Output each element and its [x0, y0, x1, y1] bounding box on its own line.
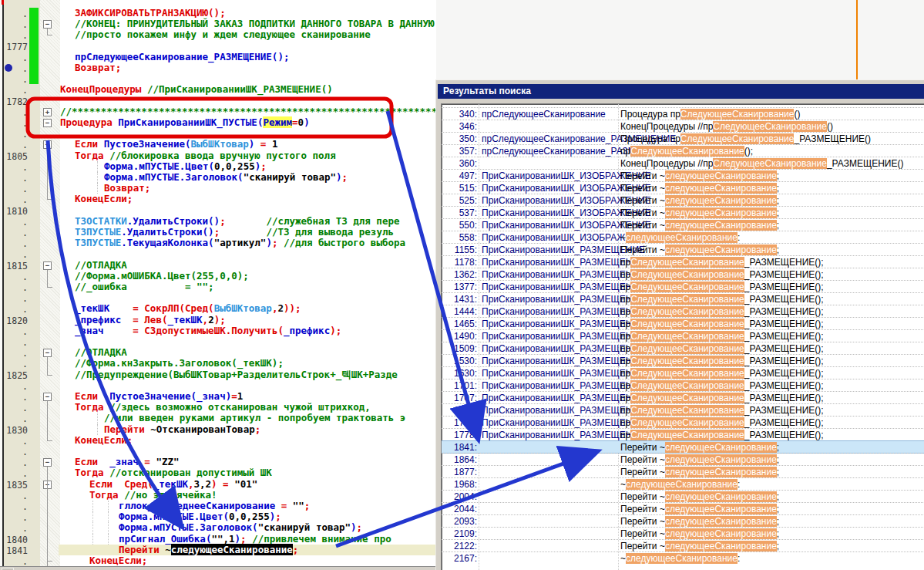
code-line[interactable]: .Возврат;	[0, 62, 436, 73]
line-number[interactable]: 1825	[0, 370, 28, 381]
line-number[interactable]: 1782	[0, 96, 28, 107]
search-result-row[interactable]: 1530:ПриСканированииШК_РАЗМЕЩЕНИЕпрСледу…	[442, 354, 924, 366]
code-line[interactable]: 1777	[0, 41, 436, 52]
line-marker-dot[interactable]: .	[0, 173, 28, 184]
search-result-row[interactable]: 2109:Перейти ~следующееСканирование;	[442, 527, 924, 539]
line-marker-dot[interactable]: .	[0, 19, 28, 30]
line-marker-dot[interactable]: .	[0, 249, 28, 260]
code-line[interactable]: .Форма.мПУСТЫЕ.Заголовок("сканируй товар…	[0, 522, 436, 533]
code-line[interactable]: ._знач = СЗдопустимыеШК.Получить(_префик…	[0, 325, 436, 336]
search-result-row[interactable]: 1778:ПриСканированииШК_РАЗМЕЩЕНИЕпрСледу…	[442, 428, 924, 440]
line-marker-dot[interactable]: .	[0, 8, 28, 19]
line-marker-dot[interactable]: .	[0, 556, 28, 567]
code-line[interactable]: .//Форма.кнЗакрыть.Заголовок(_текШК);	[0, 358, 436, 369]
line-marker-dot[interactable]: .	[0, 512, 28, 523]
search-result-row[interactable]: 550:ПриСканированииШК_ИЗОБРАЖЕНИЕПерейти…	[442, 218, 924, 231]
line-number[interactable]: 1777	[0, 42, 28, 52]
line-marker-dot[interactable]: .	[0, 413, 28, 424]
line-number[interactable]: 1805	[0, 151, 28, 162]
line-marker-dot[interactable]: .	[0, 272, 28, 282]
line-marker-dot[interactable]: .	[0, 447, 28, 457]
code-line[interactable]: .прСледующееСканирование_РАЗМЕЩЕНИЕ();	[0, 52, 436, 62]
code-line[interactable]: .	[0, 128, 436, 139]
code-line[interactable]: .Тогда //отсканирован допустимый ШК	[0, 467, 436, 478]
code-line[interactable]: .−//ОТЛАДКА	[0, 347, 436, 358]
line-number[interactable]: 1835	[0, 480, 28, 491]
code-line[interactable]: .КонецПроцедуры //ПриСканированииШК_РАЗМ…	[0, 84, 436, 95]
code-line[interactable]: 1782	[0, 96, 436, 106]
search-result-row[interactable]: 2004:Перейти ~следующееСканирование;	[442, 490, 924, 502]
search-result-row[interactable]: 357:прСледующееСканирование_РАЗМЕЩЕНИЕпр…	[442, 144, 924, 157]
search-result-row[interactable]: 1728:ПриСканированииШК_РАЗМЕЩЕНИЕпрСледу…	[442, 403, 924, 416]
code-line[interactable]: 1805Тогда //блокировка ввода вручную пус…	[0, 150, 436, 161]
line-marker-dot[interactable]: .	[0, 523, 28, 534]
search-result-row[interactable]: 1178:ПриСканированииШК_РАЗМЕЩЕНИЕпрСледу…	[442, 255, 924, 268]
line-marker-dot[interactable]: .	[0, 194, 28, 205]
search-result-row[interactable]: 1841:Перейти ~следующееСканирование;	[442, 440, 924, 453]
line-marker-dot[interactable]: .	[0, 238, 28, 249]
search-result-row[interactable]: 1155:ПриСканированииШК_РАЗМЕЩЕНИЕПерейти…	[442, 243, 924, 255]
line-number[interactable]: 1810	[0, 206, 28, 217]
search-result-row[interactable]: 346:КонецПроцедуры //прСледующееСканиров…	[442, 120, 924, 132]
code-line[interactable]: 1815−//ОТЛАДКА	[0, 260, 436, 271]
search-result-row[interactable]: 1864:Перейти ~следующееСканирование;	[442, 453, 924, 465]
line-marker-dot[interactable]: .	[0, 140, 28, 150]
search-result-row[interactable]: 1769:ПриСканированииШК_РАЗМЕЩЕНИЕпрСледу…	[442, 416, 924, 428]
search-result-row[interactable]: 525:ПриСканированииШК_ИЗОБРАЖЕНИЕПерейти…	[442, 194, 924, 206]
code-line[interactable]: .ТЗПУСТЫЕ.ТекущаяКолонка("артикул"); //д…	[0, 238, 436, 248]
search-result-row[interactable]: 1630:ПриСканированииШК_РАЗМЕЩЕНИЕпрСледу…	[442, 366, 924, 379]
line-marker-dot[interactable]: .	[0, 436, 28, 447]
code-line[interactable]: .Форма.мПУСТЫЕ.Цвет(0,0,255);	[0, 511, 436, 522]
editor-horizontal-scrollbar[interactable]	[0, 566, 436, 570]
search-result-row[interactable]: 1968:~следующееСканирование:	[442, 477, 924, 490]
line-marker-dot[interactable]: .	[0, 85, 28, 96]
line-marker-dot[interactable]: .	[0, 359, 28, 369]
code-line[interactable]: .ЗАФИКСИРОВАТЬТРАНЗАКЦИЮ();	[0, 8, 436, 19]
search-result-row[interactable]: 497:ПриСканированииШК_ИЗОБРАЖЕНИЕПерейти…	[442, 169, 924, 181]
fold-collapse-icon[interactable]: −	[43, 119, 52, 127]
line-marker-dot[interactable]: .	[0, 129, 28, 140]
line-marker-dot[interactable]: .	[0, 337, 28, 348]
line-marker-dot[interactable]: .	[0, 304, 28, 315]
search-result-row[interactable]: 1465:ПриСканированииШК_РАЗМЕЩЕНИЕпрСледу…	[442, 317, 924, 329]
code-editor[interactable]: .ЗАФИКСИРОВАТЬТРАНЗАКЦИЮ();.−//КОНЕЦ: ПР…	[0, 0, 436, 570]
search-result-row[interactable]: 2044:Перейти ~следующееСканирование;	[442, 502, 924, 514]
search-result-row[interactable]: 2093:Перейти ~следующееСканирование;	[442, 514, 924, 527]
search-result-row[interactable]: 1490:ПриСканированииШК_РАЗМЕЩЕНИЕпрСледу…	[442, 329, 924, 342]
fold-collapse-icon[interactable]: −	[43, 140, 52, 149]
search-result-row[interactable]: 515:ПриСканированииШК_ИЗОБРАЖЕНИЕПерейти…	[442, 181, 924, 194]
code-line[interactable]: .−Если _знач = "ZZ"	[0, 457, 436, 467]
code-line[interactable]: 1841Перейти ~следующееСканирование;	[0, 545, 436, 555]
line-number[interactable]: 1820	[0, 315, 28, 326]
code-line[interactable]: .−Процедура ПриСканированииШК_ПУСТЫЕ(Реж…	[0, 117, 436, 128]
code-line[interactable]: .	[0, 380, 436, 391]
code-line[interactable]: .//или введен руками артикул - попробуем…	[0, 413, 436, 423]
search-result-row[interactable]: 1362:ПриСканированииШК_РАЗМЕЩЕНИЕпрСледу…	[442, 268, 924, 280]
line-marker-dot[interactable]: .	[0, 217, 28, 228]
line-number[interactable]: 1841	[0, 545, 28, 556]
code-line[interactable]: .//_ошибка = "";	[0, 282, 436, 292]
line-marker-dot[interactable]: .	[0, 491, 28, 501]
search-result-row[interactable]: 537:ПриСканированииШК_ИЗОБРАЖЕНИЕПерейти…	[442, 206, 924, 218]
code-line[interactable]: .ТЗОСТАТКИ.УдалитьСтроки(); //служебная …	[0, 216, 436, 227]
search-result-row[interactable]: 1431:ПриСканированииШК_РАЗМЕЩЕНИЕпрСледу…	[442, 292, 924, 305]
line-marker-dot[interactable]: .	[0, 293, 28, 304]
fold-collapse-icon[interactable]: −	[43, 20, 52, 29]
code-line[interactable]: .Тогда //но это ячейка!	[0, 490, 436, 501]
search-result-row[interactable]: 360:КонецПроцедуры //прСледующееСканиров…	[442, 157, 924, 169]
search-result-row[interactable]: 1707:ПриСканированииШК_РАЗМЕЩЕНИЕпрСледу…	[442, 391, 924, 403]
search-result-row[interactable]: 1444:ПриСканированииШК_РАЗМЕЩЕНИЕпрСледу…	[442, 305, 924, 317]
line-marker-dot[interactable]: .	[0, 74, 28, 85]
code-line[interactable]: 1810	[0, 205, 436, 216]
search-result-row[interactable]: 1509:ПриСканированииШК_РАЗМЕЩЕНИЕпрСледу…	[442, 342, 924, 354]
code-line[interactable]: .Форма.мПУСТЫЕ.Цвет(0,0,255);	[0, 161, 436, 172]
code-line[interactable]: .	[0, 248, 436, 259]
line-number[interactable]: 1830	[0, 425, 28, 436]
code-line[interactable]: .−Если ПустоеЗначение(ВыбШКтовар) = 1	[0, 139, 436, 150]
line-marker-dot[interactable]: .	[0, 468, 28, 479]
line-marker-dot[interactable]: .	[0, 107, 28, 118]
code-line[interactable]: 1835−Если Сред(_текШК,3,2) = "01"	[0, 479, 436, 490]
search-result-row[interactable]: 1377:ПриСканированииШК_РАЗМЕЩЕНИЕпрСледу…	[442, 280, 924, 292]
line-number[interactable]: 1815	[0, 261, 28, 272]
line-marker-dot[interactable]: .	[0, 184, 28, 194]
